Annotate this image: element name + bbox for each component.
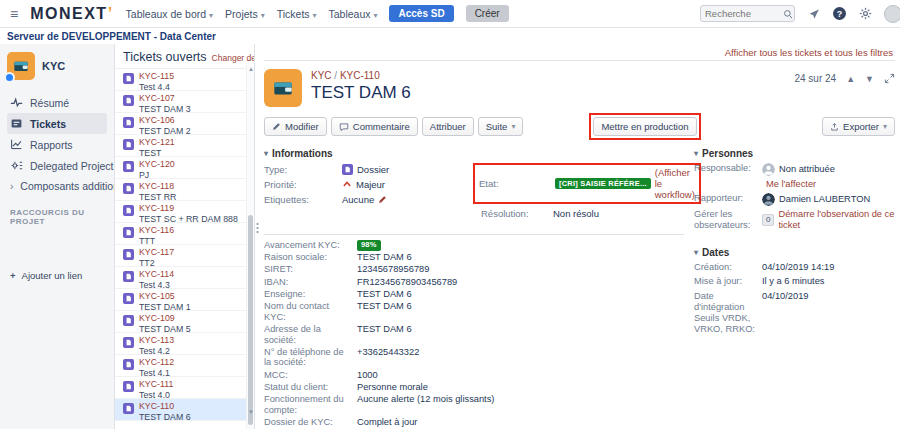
ticket-list-item[interactable]: KYC-107 TEST DAM 3 [115,91,254,113]
shortcut-link[interactable] [7,244,107,251]
ticket-key[interactable]: KYC-119 [139,203,238,214]
create-button[interactable]: Créer [466,5,509,22]
informations-grid: Type: Dossier Priorité: Majeur [264,163,684,222]
status-badge[interactable]: [CRI] SAISIE RÉFÉRE... [555,178,651,189]
shortcut-link[interactable] [7,230,107,237]
expand-icon[interactable] [884,73,895,84]
comment-button[interactable]: Commentaire [331,117,418,136]
search-box[interactable] [700,5,795,22]
ticket-list-item[interactable]: KYC-112 Test 4.1 [115,355,254,377]
informations-section-header[interactable]: ▾ Informations [264,148,684,159]
monext-logo[interactable]: MONEXT’ [30,5,113,23]
edit-button[interactable]: Modifier [264,117,327,136]
show-workflow-link[interactable]: (Afficher le workflow) [655,167,695,200]
field-label: Statut du client: [264,382,357,393]
list-scrollbar[interactable]: ▲ ▼ [246,65,254,429]
ticket-key[interactable]: KYC-121 [139,137,175,148]
add-link-button[interactable]: + Ajouter un lien [7,265,107,286]
ticket-key[interactable]: KYC-120 [139,159,175,170]
breadcrumb-issue-link[interactable]: KYC-110 [340,70,380,81]
acces-sd-button[interactable]: Accès SD [389,5,453,22]
sidebar-item-resume[interactable]: Résumé [7,92,107,113]
ticket-key[interactable]: KYC-116 [139,225,174,236]
breadcrumb-project-link[interactable]: KYC [311,70,332,81]
ticket-key[interactable]: KYC-115 [139,71,174,82]
chevron-down-icon: ▾ [883,122,887,131]
ticket-list-item[interactable]: KYC-121 TEST [115,135,254,157]
shortcut-link[interactable] [7,258,107,265]
show-all-tickets-link[interactable]: Afficher tous les tickets et tous les fi… [725,47,893,58]
export-button[interactable]: Exporter ▾ [822,117,895,136]
ticket-list-item[interactable]: KYC-111 Test 4.0 [115,377,254,399]
help-icon[interactable]: ? [833,7,846,20]
project-header[interactable]: KYC [7,52,107,80]
gear-icon[interactable] [858,7,872,21]
dates-section-header[interactable]: ▾ Dates [694,247,895,258]
sidebar-item-label: Rapports [30,139,73,151]
sidebar-item-label: Résumé [30,97,69,109]
shortcuts-header: RACCOURCIS DU PROJET [10,208,107,226]
panel-resize-handle[interactable] [256,222,259,235]
field-value: TEST DAM 6 [357,301,412,322]
ticket-list-item[interactable]: KYC-106 TEST DAM 2 [115,113,254,135]
ticket-key[interactable]: KYC-111 [139,379,173,390]
scroll-up-icon[interactable]: ▲ [248,66,254,72]
field-value: TEST DAM 6 [357,252,412,263]
ticket-key[interactable]: KYC-109 [139,313,191,324]
field-label: Nom du contact KYC: [264,301,357,322]
ticket-list-item[interactable]: KYC-114 Test 4.3 [115,267,254,289]
sidebar-item-rapports[interactable]: Rapports [7,134,107,155]
ticket-list-item[interactable]: KYC-120 PJ [115,157,254,179]
ticket-key[interactable]: KYC-114 [139,269,174,280]
plus-icon: + [10,270,16,281]
ticket-list-item[interactable]: KYC-110 TEST DAM 6 [115,399,254,421]
people-section-header[interactable]: ▾ Personnes [694,148,895,159]
menu-tableaux-de-bord[interactable]: Tableaux de bord ▾ [126,8,214,20]
menu-tableaux[interactable]: Tableaux ▾ [329,8,378,20]
ticket-key[interactable]: KYC-112 [139,357,174,368]
shortcut-link[interactable] [7,237,107,244]
ticket-key[interactable]: KYC-105 [139,291,191,302]
ticket-list-item[interactable]: KYC-115 Test 4.4 [115,69,254,91]
ticket-key[interactable]: KYC-118 [139,181,176,192]
ticket-key[interactable]: KYC-106 [139,115,191,126]
edit-labels-pencil-icon[interactable] [378,195,387,204]
ticket-list-item[interactable]: KYC-105 TEST DAM 1 [115,289,254,311]
ticket-key[interactable]: KYC-113 [139,335,174,346]
user-avatar[interactable] [884,5,900,23]
sidebar-item-composants-additionnels[interactable]: › Composants additionnels [7,176,107,196]
more-actions-button[interactable]: Suite ▾ [478,117,524,136]
field-value: TEST DAM 6 [357,324,412,345]
chevron-down-icon: ▾ [209,11,213,20]
ticket-list-item[interactable]: KYC-117 TT2 [115,245,254,267]
ticket-texts: KYC-115 Test 4.4 [139,71,174,88]
ticket-key[interactable]: KYC-107 [139,93,191,104]
ticket-key[interactable]: KYC-117 [139,247,174,258]
scroll-down-icon[interactable]: ▼ [248,409,254,415]
ticket-list-item[interactable]: KYC-118 TEST RR [115,179,254,201]
assign-to-me-link[interactable]: Me l'affecter [766,179,895,189]
start-watching-link[interactable]: Démarre l'observation de ce ticket [778,209,895,231]
mettre-en-production-button[interactable]: Mettre en production [593,117,696,136]
sidebar-item-delegated-admin[interactable]: Delegated Project Admin [7,155,107,176]
share-icon[interactable] [807,7,821,21]
ticket-list-item[interactable]: KYC-116 TTT [115,223,254,245]
shortcut-link[interactable] [7,251,107,258]
hamburger-menu-icon[interactable]: ≡ [10,6,18,22]
next-issue-icon[interactable]: ▼ [865,74,874,84]
menu-projets[interactable]: Projets ▾ [225,8,265,20]
change-filter-link[interactable]: Changer de filtre ▾ [212,53,255,63]
sidebar-item-label: Delegated Project Admin [30,160,115,172]
scrollbar-thumb[interactable] [248,215,253,425]
ticket-key[interactable]: KYC-110 [139,401,191,412]
issue-toolbar: Modifier Commentaire Attribuer Suite ▾ M… [264,113,895,140]
sidebar-item-tickets[interactable]: Tickets [7,113,107,134]
previous-issue-icon[interactable]: ▲ [846,74,855,84]
assign-button[interactable]: Attribuer [422,117,474,136]
ticket-list-item[interactable]: KYC-109 TEST DAM 5 [115,311,254,333]
menu-tickets[interactable]: Tickets ▾ [277,8,317,20]
project-sidebar: KYC Résumé Tickets Rapports Delegated Pr… [0,44,115,429]
search-input[interactable] [705,8,783,19]
ticket-list-item[interactable]: KYC-113 Test 4.2 [115,333,254,355]
ticket-list-item[interactable]: KYC-119 TEST SC + RR DAM 888 [115,201,254,223]
